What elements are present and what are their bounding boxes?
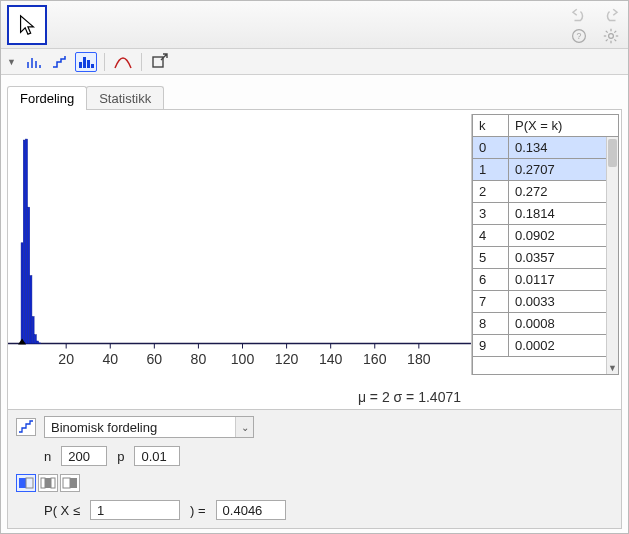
export-button[interactable]: [149, 52, 171, 72]
settings-button[interactable]: [600, 27, 622, 45]
main-pane: 20406080100120140160180 μ = 2 σ = 1.4071…: [7, 109, 622, 410]
filled-bar-icon: [77, 54, 95, 70]
svg-text:20: 20: [58, 351, 74, 367]
probability-table: k P(X = k) 00.13410.270720.27230.181440.…: [471, 114, 619, 375]
cdf-icon: [18, 420, 34, 434]
cell-k: 1: [473, 159, 509, 180]
step-icon: [51, 54, 69, 70]
p-label: p: [115, 449, 126, 464]
view-toolbar: ▼: [1, 49, 628, 75]
svg-text:160: 160: [363, 351, 387, 367]
svg-rect-49: [26, 478, 33, 488]
title-toolbar: ?: [1, 1, 628, 49]
table-row[interactable]: 20.272: [473, 181, 606, 203]
distribution-select[interactable]: Binomisk fordeling ⌄: [44, 416, 254, 438]
table-row[interactable]: 00.134: [473, 137, 606, 159]
svg-rect-46: [37, 341, 39, 343]
distribution-select-value: Binomisk fordeling: [45, 420, 235, 435]
cell-k: 6: [473, 269, 509, 290]
pointer-tool-button[interactable]: [7, 5, 47, 45]
table-row[interactable]: 50.0357: [473, 247, 606, 269]
cell-p: 0.0117: [509, 269, 606, 290]
p-input[interactable]: 0.01: [134, 446, 180, 466]
table-row[interactable]: 60.0117: [473, 269, 606, 291]
svg-text:80: 80: [191, 351, 207, 367]
bar-chart-view-button[interactable]: [23, 52, 45, 72]
tabs: Fordeling Statistikk: [1, 75, 628, 109]
svg-rect-44: [32, 317, 34, 344]
svg-rect-53: [63, 478, 70, 488]
table-row[interactable]: 80.0008: [473, 313, 606, 335]
separator: [141, 53, 142, 71]
prob-x-input[interactable]: 1: [90, 500, 180, 520]
svg-rect-54: [70, 478, 77, 488]
normal-overlay-button[interactable]: [112, 52, 134, 72]
toolbar-menu-chevron[interactable]: ▼: [7, 57, 17, 67]
cell-p: 0.272: [509, 181, 606, 202]
svg-rect-48: [19, 478, 26, 488]
two-sided-interval-button[interactable]: [38, 474, 58, 492]
cell-p: 0.0902: [509, 225, 606, 246]
step-view-button[interactable]: [49, 52, 71, 72]
svg-rect-15: [79, 62, 82, 68]
svg-text:60: 60: [147, 351, 163, 367]
cell-k: 8: [473, 313, 509, 334]
undo-button[interactable]: [568, 7, 590, 25]
table-row[interactable]: 70.0033: [473, 291, 606, 313]
export-icon: [151, 54, 169, 70]
svg-rect-17: [87, 60, 90, 68]
cell-k: 5: [473, 247, 509, 268]
svg-point-2: [609, 34, 614, 39]
left-interval-button[interactable]: [16, 474, 36, 492]
svg-rect-50: [41, 478, 45, 488]
normal-curve-icon: [114, 54, 132, 70]
cell-p: 0.2707: [509, 159, 606, 180]
filled-bar-view-button[interactable]: [75, 52, 97, 72]
cell-p: 0.0033: [509, 291, 606, 312]
prob-mid-label: ) =: [188, 503, 208, 518]
redo-button[interactable]: [600, 7, 622, 25]
table-row[interactable]: 30.1814: [473, 203, 606, 225]
table-header-p[interactable]: P(X = k): [509, 115, 618, 136]
bar-chart-icon: [25, 54, 43, 70]
left-interval-icon: [18, 477, 34, 489]
prob-x-value: 1: [97, 503, 104, 518]
help-icon: ?: [570, 28, 588, 44]
gear-icon: [602, 28, 620, 44]
tab-statistics[interactable]: Statistikk: [86, 86, 164, 110]
svg-rect-16: [83, 57, 86, 68]
svg-line-7: [606, 31, 608, 33]
cell-p: 0.1814: [509, 203, 606, 224]
svg-rect-40: [23, 140, 25, 343]
svg-rect-52: [51, 478, 55, 488]
mu-sigma-label: μ = 2 σ = 1.4071: [358, 389, 461, 405]
table-scrollbar[interactable]: ▲ ▼: [606, 137, 618, 374]
table-row[interactable]: 10.2707: [473, 159, 606, 181]
scroll-thumb[interactable]: [608, 139, 617, 167]
cell-k: 3: [473, 203, 509, 224]
redo-icon: [602, 8, 620, 24]
table-header-k[interactable]: k: [473, 115, 509, 136]
help-button[interactable]: ?: [568, 27, 590, 45]
svg-rect-39: [21, 243, 23, 344]
distribution-type-icon[interactable]: [16, 418, 36, 436]
prob-result-value: 0.4046: [223, 503, 263, 518]
svg-text:100: 100: [231, 351, 255, 367]
svg-rect-47: [39, 343, 41, 344]
cell-p: 0.0008: [509, 313, 606, 334]
cell-k: 9: [473, 335, 509, 356]
svg-rect-51: [45, 478, 51, 488]
svg-rect-42: [28, 207, 30, 343]
scroll-down-icon[interactable]: ▼: [607, 362, 618, 374]
right-interval-button[interactable]: [60, 474, 80, 492]
two-sided-interval-icon: [40, 477, 56, 489]
table-row[interactable]: 40.0902: [473, 225, 606, 247]
n-input[interactable]: 200: [61, 446, 107, 466]
cell-p: 0.0357: [509, 247, 606, 268]
table-row[interactable]: 90.0002: [473, 335, 606, 357]
svg-rect-43: [30, 276, 32, 344]
tab-distribution[interactable]: Fordeling: [7, 86, 87, 110]
plot-area[interactable]: 20406080100120140160180 μ = 2 σ = 1.4071: [8, 110, 471, 409]
cell-p: 0.134: [509, 137, 606, 158]
undo-icon: [570, 8, 588, 24]
